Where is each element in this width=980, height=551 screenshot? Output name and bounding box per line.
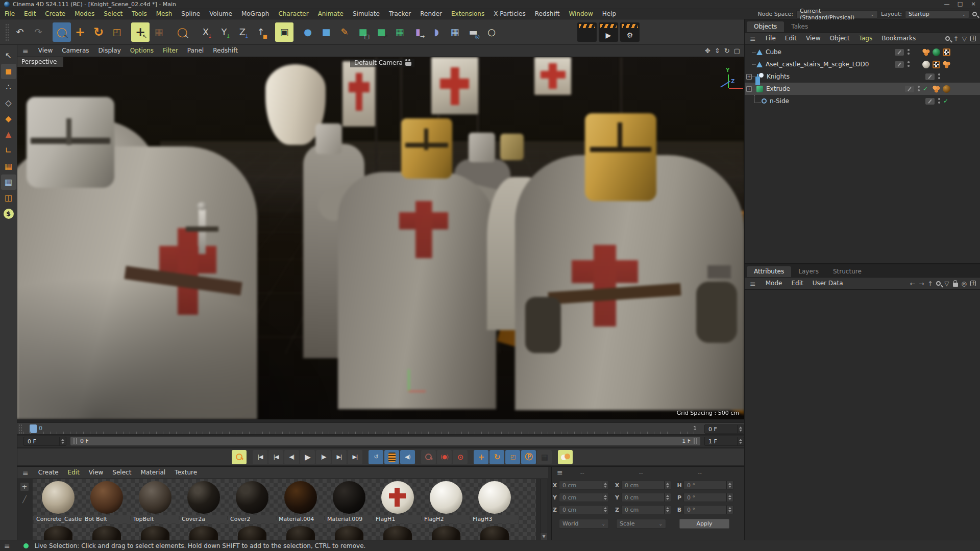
move-tool-button[interactable]: +: [71, 22, 89, 42]
lock-icon[interactable]: [953, 283, 958, 287]
points-mode-button[interactable]: ∴: [1, 80, 16, 95]
menu-spline[interactable]: Spline: [177, 9, 205, 19]
viewport-menu-cameras[interactable]: Cameras: [57, 46, 93, 56]
timeline-playhead[interactable]: [30, 424, 37, 433]
tab-objects[interactable]: Objects: [747, 21, 784, 32]
spinner-arrows[interactable]: [664, 493, 671, 502]
record-objects-button[interactable]: [421, 450, 436, 464]
spinner-arrows[interactable]: [664, 506, 671, 514]
om-menu-tags[interactable]: Tags: [854, 34, 877, 43]
coordinate-field[interactable]: 0 °: [683, 505, 733, 514]
record-rotation-button[interactable]: ↻: [489, 450, 504, 464]
viewport-menu-display[interactable]: Display: [94, 46, 126, 56]
spinner-arrows[interactable]: [726, 506, 733, 514]
coordinate-scale-dropdown[interactable]: Scale ⌄: [616, 519, 666, 529]
tab-layers[interactable]: Layers: [791, 266, 826, 277]
object-row-cube[interactable]: Cube✓: [745, 46, 980, 58]
menu-icon[interactable]: ≡: [552, 468, 568, 477]
simulation-palette-button[interactable]: [558, 450, 573, 464]
node-space-dropdown[interactable]: Current (Standard/Physical) ⌄: [796, 10, 878, 18]
menu-extensions[interactable]: Extensions: [447, 9, 489, 19]
pan-view-icon[interactable]: ✥: [705, 47, 710, 55]
am-menu-mode[interactable]: Mode: [761, 279, 787, 288]
tab-attributes[interactable]: Attributes: [747, 266, 791, 277]
material-menu-edit[interactable]: Edit: [63, 468, 84, 478]
viewport-menu-redshift[interactable]: Redshift: [208, 46, 242, 56]
coordinate-field[interactable]: 0 cm: [559, 505, 609, 514]
spinner-arrows[interactable]: [602, 481, 608, 489]
menu-volume[interactable]: Volume: [205, 9, 237, 19]
material-thumbnail[interactable]: [478, 481, 511, 514]
current-frame-field[interactable]: 0 F: [704, 424, 744, 434]
range-start-field[interactable]: 0 F: [23, 437, 66, 446]
floor-object-button[interactable]: ▦: [446, 22, 464, 42]
filter-icon[interactable]: ▽: [944, 280, 949, 287]
light-object-button[interactable]: ○: [482, 22, 501, 42]
record-parameter-button[interactable]: Ⓟ: [521, 450, 536, 464]
material-menu-create[interactable]: Create: [34, 468, 63, 478]
menu-icon[interactable]: ≡: [745, 280, 761, 288]
texture-mode-button[interactable]: ◫: [1, 190, 16, 206]
prev-key-button[interactable]: |◀: [268, 450, 283, 464]
material-menu-material[interactable]: Material: [136, 468, 170, 478]
layout-dropdown[interactable]: Startup ⌄: [905, 10, 969, 18]
subdivision-surface-button[interactable]: ■□: [354, 22, 372, 42]
viewport-menu-view[interactable]: View: [34, 46, 57, 56]
visibility-dots-icon[interactable]: [938, 97, 940, 105]
material-thumbnail[interactable]: [430, 481, 462, 514]
record-key-button[interactable]: [232, 450, 247, 464]
om-menu-bookmarks[interactable]: Bookmarks: [877, 34, 920, 43]
goto-start-button[interactable]: |◀: [253, 450, 267, 464]
spinner-arrows[interactable]: [737, 437, 744, 445]
tweak-mode-button[interactable]: ▲: [1, 127, 16, 142]
spinner-arrows[interactable]: [726, 481, 733, 489]
layer-toggle-icon[interactable]: [895, 49, 904, 56]
view-label[interactable]: Perspective: [17, 57, 63, 67]
axis-mode-button[interactable]: ∟: [1, 143, 16, 158]
last-used-tool-button[interactable]: ◯↖: [173, 22, 191, 42]
bend-deformer-button[interactable]: ◗: [427, 22, 446, 42]
om-menu-view[interactable]: View: [801, 34, 825, 43]
material-white-tag-icon[interactable]: [922, 61, 930, 68]
material-menu-texture[interactable]: Texture: [170, 468, 202, 478]
material-flagh3[interactable]: FlagH3: [470, 479, 519, 540]
menu-animate[interactable]: Animate: [313, 9, 348, 19]
goto-end-button[interactable]: ▶|: [348, 450, 362, 464]
menu-mograph[interactable]: MoGraph: [237, 9, 274, 19]
expander-icon[interactable]: +: [746, 74, 752, 80]
om-menu-object[interactable]: Object: [825, 34, 854, 43]
search-icon[interactable]: [936, 281, 941, 286]
texture-axis-mode-button[interactable]: ▦: [1, 159, 16, 174]
play-button[interactable]: ▶: [300, 450, 315, 464]
render-settings-button[interactable]: ⚙: [620, 22, 640, 42]
material-menu-select[interactable]: Select: [108, 468, 136, 478]
tab-structure[interactable]: Structure: [826, 266, 869, 277]
up-icon[interactable]: ↑: [927, 280, 933, 287]
material-material-004[interactable]: Material.004: [276, 479, 325, 540]
material-material-009[interactable]: Material.009: [325, 479, 373, 540]
om-menu-edit[interactable]: Edit: [780, 34, 801, 43]
toolbar-drag-handle[interactable]: [5, 23, 9, 41]
loop-playback-button[interactable]: ↺: [369, 450, 383, 464]
menu-edit[interactable]: Edit: [19, 9, 40, 19]
preview-range-slider[interactable]: 0 F 1 F: [70, 437, 700, 445]
menu-window[interactable]: Window: [564, 9, 597, 19]
spline-pen-button[interactable]: ●: [299, 22, 317, 42]
phong-tag-icon[interactable]: [922, 48, 930, 56]
plugin-button[interactable]: $: [1, 206, 16, 221]
am-menu-edit[interactable]: Edit: [787, 279, 807, 288]
visibility-dots-icon[interactable]: [907, 61, 910, 68]
coordinate-field[interactable]: 0 cm: [621, 493, 671, 502]
spinner-arrows[interactable]: [602, 506, 608, 514]
layer-toggle-icon[interactable]: [925, 73, 935, 80]
menu-icon[interactable]: ≡: [0, 542, 15, 550]
object-row-knights[interactable]: +Knights✓: [745, 70, 980, 83]
menu-select[interactable]: Select: [99, 9, 127, 19]
timeline-scale[interactable]: 0 1: [23, 423, 700, 434]
coordinate-mode-dropdown[interactable]: World ⌄: [559, 519, 609, 529]
visibility-dots-icon[interactable]: [917, 85, 920, 92]
scale-tool-button[interactable]: ◰: [108, 22, 126, 42]
coordinate-system-button[interactable]: ↑◼: [252, 22, 270, 42]
spinner-arrows[interactable]: [664, 481, 671, 489]
search-icon[interactable]: [972, 12, 977, 16]
